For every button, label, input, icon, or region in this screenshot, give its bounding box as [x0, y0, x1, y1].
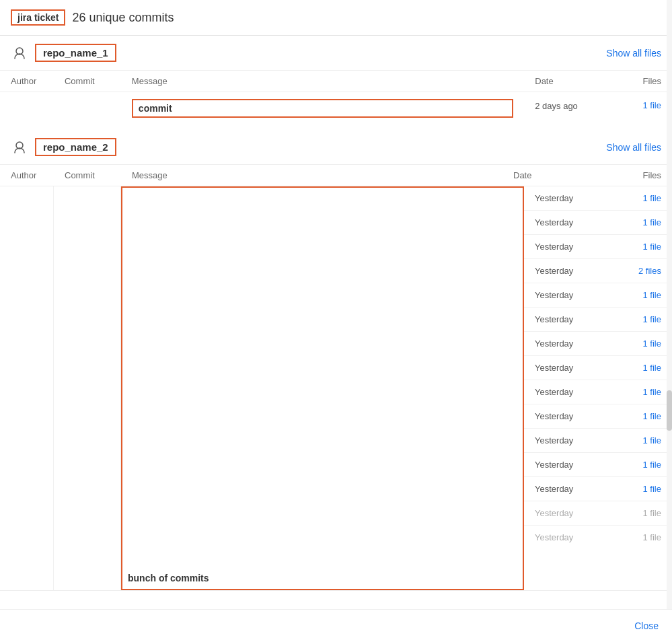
repo2-message-box: bunch of commits: [121, 186, 524, 590]
list-item: Yesterday 1 file: [524, 501, 672, 526]
repo2-col-commit-label: Commit: [65, 170, 132, 180]
list-item: Yesterday 1 file: [524, 356, 672, 380]
repo2-commit-message: bunch of commits: [128, 573, 209, 583]
repo1-commit-files[interactable]: 1 file: [629, 100, 661, 110]
commit-files-14: 1 file: [643, 532, 661, 542]
list-item: Yesterday 1 file: [524, 235, 672, 259]
repo2-multi-commit-row: bunch of commits Yesterday 1 file Yester…: [0, 186, 672, 591]
commit-files-12[interactable]: 1 file: [643, 484, 661, 494]
close-button[interactable]: Close: [634, 620, 659, 631]
close-footer: Close: [0, 609, 672, 642]
page-header: jira ticket 26 unique commits: [0, 0, 672, 36]
repo1-col-date: Date: [524, 71, 618, 92]
commit-date-4: Yesterday: [535, 290, 573, 300]
scrollbar-thumb[interactable]: [667, 390, 672, 431]
commit-files-9[interactable]: 1 file: [643, 411, 661, 421]
repo2-right-panel: Yesterday 1 file Yesterday 1 file Yester…: [524, 186, 672, 590]
commit-files-2[interactable]: 1 file: [643, 242, 661, 252]
repo1-show-all-files[interactable]: Show all files: [606, 48, 661, 59]
commit-date-9: Yesterday: [535, 411, 573, 421]
repo2-col-author-label: Author: [11, 170, 65, 180]
commit-files-10[interactable]: 1 file: [643, 435, 661, 445]
repo2-author-col: [0, 186, 54, 590]
commit-files-4[interactable]: 1 file: [643, 290, 661, 300]
jira-ticket-badge[interactable]: jira ticket: [11, 9, 65, 26]
repo1-icon: [11, 44, 28, 62]
repo2-commit-col: [54, 186, 121, 590]
commit-date-2: Yesterday: [535, 242, 573, 252]
commit-date-10: Yesterday: [535, 435, 573, 445]
repo1-col-author: Author: [0, 71, 54, 92]
commit-files-13: 1 file: [643, 508, 661, 518]
list-item: Yesterday 1 file: [524, 380, 672, 404]
repo2-col-message-label: Message: [132, 170, 513, 180]
list-item: Yesterday 1 file: [524, 308, 672, 332]
commit-date-3: Yesterday: [535, 266, 573, 276]
commit-files-1[interactable]: 1 file: [643, 217, 661, 227]
repo2-header: repo_name_2 Show all files: [0, 130, 672, 165]
repo2-columns-header: Author Commit Message Date Files: [0, 165, 672, 186]
repo1-col-commit: Commit: [54, 71, 121, 92]
commit-date-12: Yesterday: [535, 484, 573, 494]
repo2-col-date-label: Date: [513, 170, 607, 180]
list-item: Yesterday 1 file: [524, 477, 672, 501]
commit-date-11: Yesterday: [535, 460, 573, 470]
repo2-name: repo_name_2: [35, 138, 116, 156]
list-item: Yesterday 1 file: [524, 332, 672, 356]
repo2-col-files-label: Files: [607, 170, 661, 180]
repo1-commit-message: commit: [132, 99, 513, 118]
repo1-commit-date-cell: 2 days ago: [524, 92, 618, 125]
repo1-col-message: Message: [121, 71, 524, 92]
repo2-icon: [11, 139, 28, 156]
repo1-commit-message-cell: commit: [121, 92, 524, 125]
list-item: Yesterday 1 file: [524, 186, 672, 211]
list-item: Yesterday 2 files: [524, 259, 672, 283]
commit-files-5[interactable]: 1 file: [643, 314, 661, 324]
commit-date-13: Yesterday: [535, 508, 573, 518]
repo1-table-header-row: Author Commit Message Date Files: [0, 71, 672, 92]
commit-files-11[interactable]: 1 file: [643, 460, 661, 470]
commit-files-0[interactable]: 1 file: [643, 193, 661, 203]
list-item: Yesterday 1 file: [524, 404, 672, 429]
list-item: Yesterday 1 file: [524, 211, 672, 235]
commit-date-5: Yesterday: [535, 314, 573, 324]
commit-date-0: Yesterday: [535, 193, 573, 203]
commit-date-1: Yesterday: [535, 217, 573, 227]
repo1-section: repo_name_1 Show all files Author Commit…: [0, 36, 672, 124]
commit-files-8[interactable]: 1 file: [643, 387, 661, 397]
commit-date-14: Yesterday: [535, 532, 573, 542]
scrollbar-track: [667, 0, 672, 642]
list-item: Yesterday 1 file: [524, 526, 672, 549]
commit-files-7[interactable]: 1 file: [643, 363, 661, 373]
list-item: Yesterday 1 file: [524, 429, 672, 453]
repo1-name: repo_name_1: [35, 44, 116, 62]
list-item: Yesterday 1 file: [524, 453, 672, 477]
repo2-name-container: repo_name_2: [11, 138, 116, 156]
table-row: commit 2 days ago 1 file: [0, 92, 672, 125]
commit-date-8: Yesterday: [535, 387, 573, 397]
repo1-commit-author-cell: [0, 92, 54, 125]
repo2-message-cell: bunch of commits: [121, 186, 524, 590]
commit-files-6[interactable]: 1 file: [643, 338, 661, 349]
commit-date-7: Yesterday: [535, 363, 573, 373]
repo1-header: repo_name_1 Show all files: [0, 36, 672, 71]
repo1-name-container: repo_name_1: [11, 44, 116, 62]
repo2-section: repo_name_2 Show all files Author Commit…: [0, 130, 672, 591]
repo1-commit-date: 2 days ago: [535, 101, 578, 111]
commit-date-6: Yesterday: [535, 338, 573, 349]
repo1-commit-hash-cell: [54, 92, 121, 125]
repo1-commits-table: Author Commit Message Date Files commit …: [0, 71, 672, 124]
commit-files-3[interactable]: 2 files: [638, 266, 661, 276]
unique-commits-label: 26 unique commits: [72, 11, 174, 25]
repo1-col-files: Files: [618, 71, 672, 92]
list-item: Yesterday 1 file: [524, 283, 672, 308]
repo1-commit-files-cell: 1 file: [618, 92, 672, 125]
repo2-show-all-files[interactable]: Show all files: [606, 142, 661, 153]
